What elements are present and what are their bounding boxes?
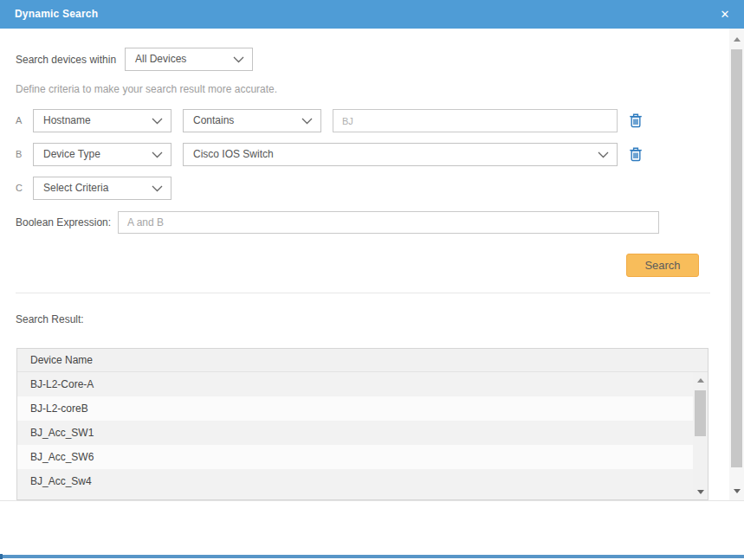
scrollbar-thumb[interactable]: [695, 390, 706, 436]
dialog-header: Dynamic Search ✕: [0, 0, 744, 29]
criterion-a-letter: A: [16, 115, 22, 126]
chevron-down-icon: [152, 151, 163, 158]
chevron-down-icon: [152, 185, 163, 192]
boolean-expression-label: Boolean Expression:: [16, 216, 111, 229]
table-row[interactable]: BJ-L2-coreB: [17, 396, 708, 421]
scope-select[interactable]: All Devices: [125, 48, 253, 71]
scope-select-value: All Devices: [135, 53, 186, 65]
criterion-b-value-select[interactable]: Cisco IOS Switch: [183, 143, 618, 166]
results-table: Device Name BJ-L2-Core-A BJ-L2-coreB BJ_…: [16, 348, 708, 500]
criterion-a-operator-value: Contains: [193, 114, 234, 126]
trash-icon: [629, 146, 643, 162]
search-button[interactable]: Search: [626, 254, 699, 277]
chevron-down-icon: [233, 56, 244, 63]
scroll-up-icon[interactable]: [734, 37, 741, 42]
criterion-b-field-select[interactable]: Device Type: [33, 143, 171, 166]
dialog-title: Dynamic Search: [15, 0, 98, 29]
results-scrollbar[interactable]: [693, 372, 708, 500]
section-divider: [16, 293, 710, 293]
search-result-label: Search Result:: [16, 313, 84, 325]
close-icon[interactable]: ✕: [715, 0, 735, 29]
criterion-a-field-value: Hostname: [43, 114, 91, 126]
bottom-accent-bar: [0, 555, 744, 558]
criterion-b-value: Cisco IOS Switch: [193, 148, 274, 160]
chevron-down-icon: [301, 118, 313, 125]
chevron-down-icon: [598, 151, 609, 158]
criterion-a-operator-select[interactable]: Contains: [183, 109, 321, 132]
table-row[interactable]: BJ_Acc_Sw4: [17, 469, 708, 493]
criterion-b-delete-button[interactable]: [629, 146, 646, 164]
table-row[interactable]: BJ_Acc_SW1: [17, 421, 708, 445]
criterion-c-letter: C: [16, 183, 23, 193]
dynamic-search-dialog: Dynamic Search ✕ Search devices within A…: [0, 0, 744, 560]
scroll-up-icon[interactable]: [697, 378, 704, 383]
bottom-accent-nub: [0, 554, 3, 559]
table-row[interactable]: BJ_Acc_SW6: [17, 445, 708, 469]
criterion-c-field-select[interactable]: Select Criteria: [33, 177, 171, 200]
scope-label: Search devices within: [16, 54, 116, 66]
criterion-c-field-value: Select Criteria: [43, 182, 108, 194]
criterion-b-letter: B: [16, 149, 22, 159]
scroll-down-icon[interactable]: [697, 490, 704, 494]
dialog-footer: Cancel OK: [0, 500, 744, 560]
hint-text: Define criteria to make your search resu…: [16, 83, 277, 95]
criterion-b-field-value: Device Type: [43, 148, 100, 160]
criterion-a-value-input[interactable]: [333, 109, 618, 132]
chevron-down-icon: [152, 118, 163, 125]
criterion-a-delete-button[interactable]: [629, 113, 646, 130]
dialog-scrollbar[interactable]: [729, 29, 744, 500]
trash-icon: [629, 113, 643, 128]
table-row[interactable]: BJ-L2-Core-A: [17, 372, 708, 396]
scrollbar-thumb[interactable]: [731, 49, 742, 467]
scroll-down-icon[interactable]: [734, 489, 741, 493]
criterion-a-field-select[interactable]: Hostname: [33, 109, 171, 132]
table-row-partial: [17, 493, 708, 500]
column-header-device-name: Device Name: [17, 349, 708, 372]
boolean-expression-input[interactable]: [118, 211, 659, 234]
